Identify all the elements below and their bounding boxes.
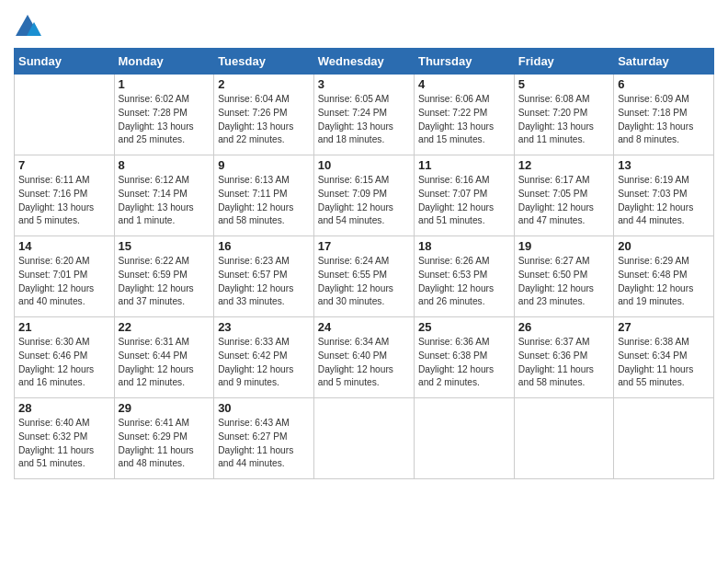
day-number: 30 bbox=[218, 401, 310, 415]
day-info: Sunrise: 6:04 AM Sunset: 7:26 PM Dayligh… bbox=[218, 93, 310, 147]
day-info: Sunrise: 6:16 AM Sunset: 7:07 PM Dayligh… bbox=[418, 174, 510, 228]
day-number: 5 bbox=[518, 77, 609, 91]
calendar-cell bbox=[614, 398, 714, 479]
calendar-week-row: 7Sunrise: 6:11 AM Sunset: 7:16 PM Daylig… bbox=[15, 155, 714, 236]
day-number: 7 bbox=[18, 158, 110, 172]
page: SundayMondayTuesdayWednesdayThursdayFrid… bbox=[0, 0, 728, 563]
day-number: 22 bbox=[119, 320, 210, 334]
day-number: 18 bbox=[418, 239, 510, 253]
day-number: 20 bbox=[618, 239, 710, 253]
day-number: 4 bbox=[418, 77, 510, 91]
day-info: Sunrise: 6:26 AM Sunset: 6:53 PM Dayligh… bbox=[418, 255, 510, 309]
calendar-cell: 12Sunrise: 6:17 AM Sunset: 7:05 PM Dayli… bbox=[514, 155, 613, 236]
calendar-cell: 30Sunrise: 6:43 AM Sunset: 6:27 PM Dayli… bbox=[214, 398, 314, 479]
weekday-header-row: SundayMondayTuesdayWednesdayThursdayFrid… bbox=[15, 49, 714, 75]
day-number: 14 bbox=[18, 239, 110, 253]
day-number: 19 bbox=[518, 239, 609, 253]
calendar-week-row: 14Sunrise: 6:20 AM Sunset: 7:01 PM Dayli… bbox=[15, 236, 714, 317]
calendar-cell: 9Sunrise: 6:13 AM Sunset: 7:11 PM Daylig… bbox=[214, 155, 314, 236]
calendar-cell: 18Sunrise: 6:26 AM Sunset: 6:53 PM Dayli… bbox=[414, 236, 514, 317]
day-info: Sunrise: 6:30 AM Sunset: 6:46 PM Dayligh… bbox=[18, 336, 110, 390]
calendar-cell: 7Sunrise: 6:11 AM Sunset: 7:16 PM Daylig… bbox=[15, 155, 115, 236]
calendar-cell: 20Sunrise: 6:29 AM Sunset: 6:48 PM Dayli… bbox=[614, 236, 714, 317]
calendar-cell: 5Sunrise: 6:08 AM Sunset: 7:20 PM Daylig… bbox=[514, 75, 613, 155]
day-number: 8 bbox=[119, 158, 210, 172]
day-number: 21 bbox=[18, 320, 110, 334]
calendar-week-row: 1Sunrise: 6:02 AM Sunset: 7:28 PM Daylig… bbox=[15, 75, 714, 155]
calendar-cell: 28Sunrise: 6:40 AM Sunset: 6:32 PM Dayli… bbox=[15, 398, 115, 479]
day-info: Sunrise: 6:02 AM Sunset: 7:28 PM Dayligh… bbox=[119, 93, 210, 147]
calendar-cell: 8Sunrise: 6:12 AM Sunset: 7:14 PM Daylig… bbox=[114, 155, 214, 236]
header bbox=[14, 9, 714, 40]
day-info: Sunrise: 6:08 AM Sunset: 7:20 PM Dayligh… bbox=[518, 93, 609, 147]
day-number: 27 bbox=[618, 320, 710, 334]
calendar-cell: 13Sunrise: 6:19 AM Sunset: 7:03 PM Dayli… bbox=[614, 155, 714, 236]
calendar-cell: 10Sunrise: 6:15 AM Sunset: 7:09 PM Dayli… bbox=[313, 155, 414, 236]
day-number: 29 bbox=[119, 401, 210, 415]
day-number: 10 bbox=[318, 158, 410, 172]
weekday-header-wednesday: Wednesday bbox=[313, 49, 414, 75]
calendar-cell: 16Sunrise: 6:23 AM Sunset: 6:57 PM Dayli… bbox=[214, 236, 314, 317]
calendar-cell bbox=[414, 398, 514, 479]
calendar-cell: 26Sunrise: 6:37 AM Sunset: 6:36 PM Dayli… bbox=[514, 317, 613, 398]
calendar-cell: 1Sunrise: 6:02 AM Sunset: 7:28 PM Daylig… bbox=[114, 75, 214, 155]
day-number: 3 bbox=[318, 77, 410, 91]
day-number: 11 bbox=[418, 158, 510, 172]
day-info: Sunrise: 6:29 AM Sunset: 6:48 PM Dayligh… bbox=[618, 255, 710, 309]
day-number: 23 bbox=[218, 320, 310, 334]
day-number: 15 bbox=[119, 239, 210, 253]
calendar-cell: 25Sunrise: 6:36 AM Sunset: 6:38 PM Dayli… bbox=[414, 317, 514, 398]
calendar-cell: 27Sunrise: 6:38 AM Sunset: 6:34 PM Dayli… bbox=[614, 317, 714, 398]
calendar-cell: 4Sunrise: 6:06 AM Sunset: 7:22 PM Daylig… bbox=[414, 75, 514, 155]
day-info: Sunrise: 6:20 AM Sunset: 7:01 PM Dayligh… bbox=[18, 255, 110, 309]
calendar-cell: 2Sunrise: 6:04 AM Sunset: 7:26 PM Daylig… bbox=[214, 75, 314, 155]
day-info: Sunrise: 6:38 AM Sunset: 6:34 PM Dayligh… bbox=[618, 336, 710, 390]
calendar-cell: 3Sunrise: 6:05 AM Sunset: 7:24 PM Daylig… bbox=[313, 75, 414, 155]
day-number: 24 bbox=[318, 320, 410, 334]
day-info: Sunrise: 6:37 AM Sunset: 6:36 PM Dayligh… bbox=[518, 336, 609, 390]
day-info: Sunrise: 6:36 AM Sunset: 6:38 PM Dayligh… bbox=[418, 336, 510, 390]
day-number: 2 bbox=[218, 77, 310, 91]
day-info: Sunrise: 6:17 AM Sunset: 7:05 PM Dayligh… bbox=[518, 174, 609, 228]
day-info: Sunrise: 6:34 AM Sunset: 6:40 PM Dayligh… bbox=[318, 336, 410, 390]
calendar-week-row: 28Sunrise: 6:40 AM Sunset: 6:32 PM Dayli… bbox=[15, 398, 714, 479]
calendar-cell: 24Sunrise: 6:34 AM Sunset: 6:40 PM Dayli… bbox=[313, 317, 414, 398]
weekday-header-friday: Friday bbox=[514, 49, 613, 75]
day-info: Sunrise: 6:12 AM Sunset: 7:14 PM Dayligh… bbox=[119, 174, 210, 228]
calendar-cell: 19Sunrise: 6:27 AM Sunset: 6:50 PM Dayli… bbox=[514, 236, 613, 317]
calendar-cell: 17Sunrise: 6:24 AM Sunset: 6:55 PM Dayli… bbox=[313, 236, 414, 317]
day-number: 17 bbox=[318, 239, 410, 253]
day-info: Sunrise: 6:27 AM Sunset: 6:50 PM Dayligh… bbox=[518, 255, 609, 309]
day-info: Sunrise: 6:33 AM Sunset: 6:42 PM Dayligh… bbox=[218, 336, 310, 390]
calendar-cell: 23Sunrise: 6:33 AM Sunset: 6:42 PM Dayli… bbox=[214, 317, 314, 398]
calendar-cell: 14Sunrise: 6:20 AM Sunset: 7:01 PM Dayli… bbox=[15, 236, 115, 317]
calendar-cell: 29Sunrise: 6:41 AM Sunset: 6:29 PM Dayli… bbox=[114, 398, 214, 479]
day-number: 12 bbox=[518, 158, 609, 172]
weekday-header-tuesday: Tuesday bbox=[214, 49, 314, 75]
weekday-header-thursday: Thursday bbox=[414, 49, 514, 75]
day-info: Sunrise: 6:23 AM Sunset: 6:57 PM Dayligh… bbox=[218, 255, 310, 309]
day-number: 9 bbox=[218, 158, 310, 172]
day-info: Sunrise: 6:43 AM Sunset: 6:27 PM Dayligh… bbox=[218, 417, 310, 471]
day-number: 25 bbox=[418, 320, 510, 334]
weekday-header-monday: Monday bbox=[114, 49, 214, 75]
day-number: 6 bbox=[618, 77, 710, 91]
calendar-week-row: 21Sunrise: 6:30 AM Sunset: 6:46 PM Dayli… bbox=[15, 317, 714, 398]
day-info: Sunrise: 6:19 AM Sunset: 7:03 PM Dayligh… bbox=[618, 174, 710, 228]
day-info: Sunrise: 6:24 AM Sunset: 6:55 PM Dayligh… bbox=[318, 255, 410, 309]
day-number: 13 bbox=[618, 158, 710, 172]
weekday-header-sunday: Sunday bbox=[15, 49, 115, 75]
weekday-header-saturday: Saturday bbox=[614, 49, 714, 75]
calendar-cell bbox=[15, 75, 115, 155]
day-info: Sunrise: 6:11 AM Sunset: 7:16 PM Dayligh… bbox=[18, 174, 110, 228]
calendar-cell: 15Sunrise: 6:22 AM Sunset: 6:59 PM Dayli… bbox=[114, 236, 214, 317]
day-info: Sunrise: 6:09 AM Sunset: 7:18 PM Dayligh… bbox=[618, 93, 710, 147]
day-info: Sunrise: 6:15 AM Sunset: 7:09 PM Dayligh… bbox=[318, 174, 410, 228]
day-info: Sunrise: 6:41 AM Sunset: 6:29 PM Dayligh… bbox=[119, 417, 210, 471]
day-info: Sunrise: 6:13 AM Sunset: 7:11 PM Dayligh… bbox=[218, 174, 310, 228]
day-number: 28 bbox=[18, 401, 110, 415]
calendar-cell bbox=[514, 398, 613, 479]
calendar-cell: 21Sunrise: 6:30 AM Sunset: 6:46 PM Dayli… bbox=[15, 317, 115, 398]
calendar-cell bbox=[313, 398, 414, 479]
calendar-table: SundayMondayTuesdayWednesdayThursdayFrid… bbox=[14, 48, 714, 479]
